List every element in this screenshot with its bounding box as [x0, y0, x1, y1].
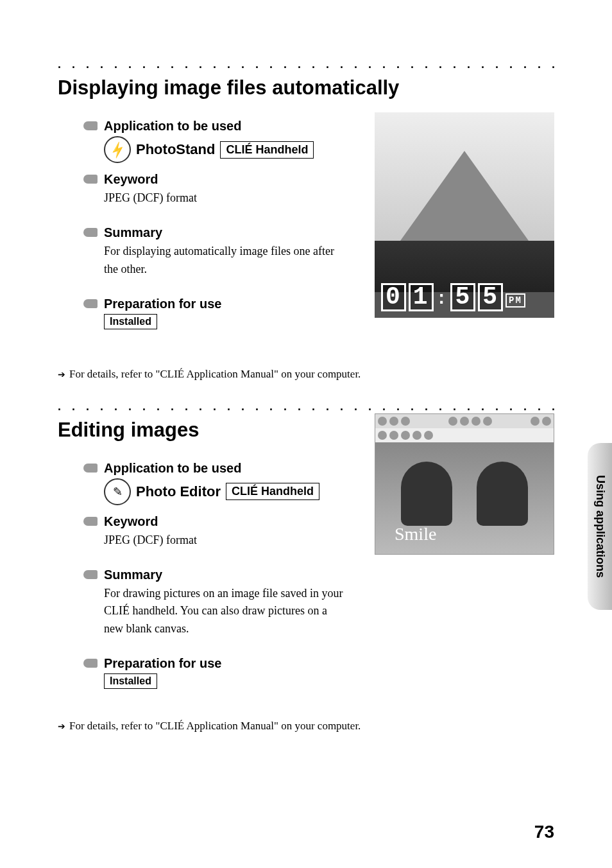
arrow-icon: ➔ [58, 369, 65, 379]
side-tab-label: Using applications [593, 475, 607, 578]
toolbar-icon [389, 431, 398, 440]
toolbar-icon [389, 417, 398, 426]
bullet-icon [83, 299, 98, 308]
toolbar-icon [378, 417, 387, 426]
bullet-icon [83, 659, 98, 668]
toolbar-icon [472, 417, 480, 426]
photo-editor-screenshot: Smile [375, 413, 554, 555]
details-note-2: ➔For details, refer to "CLIÉ Application… [58, 720, 554, 733]
page-number: 73 [534, 822, 554, 842]
toolbar-icon [378, 431, 387, 440]
summary-heading: Summary [104, 568, 346, 582]
bullet-icon [83, 175, 98, 184]
photostand-icon: ⚡ [104, 136, 131, 163]
clock-ampm: PM [506, 293, 525, 308]
pe-toolbar-second [375, 428, 554, 442]
bullet-icon [83, 121, 98, 130]
photo-editor-icon: ✎ [104, 478, 131, 505]
details-text: For details, refer to "CLIÉ Application … [69, 368, 361, 380]
app-platform-badge: CLIÉ Handheld [220, 141, 314, 159]
bullet-icon [83, 570, 98, 579]
application-block: Application to be used ✎ Photo Editor CL… [83, 461, 346, 505]
app-platform-badge: CLIÉ Handheld [226, 483, 319, 500]
application-block: Application to be used ⚡ PhotoStand CLIÉ… [83, 119, 346, 163]
preparation-block: Preparation for use Installed [83, 297, 346, 329]
installed-badge: Installed [104, 314, 157, 329]
photostand-screenshot: 0 1 : 5 5 PM [375, 112, 554, 318]
keyword-heading: Keyword [104, 514, 346, 529]
toolbar-icon [531, 417, 540, 426]
toolbar-icon [401, 431, 410, 440]
clock-overlay: 0 1 : 5 5 PM [381, 283, 548, 311]
toolbar-icon [542, 417, 551, 426]
clock-separator: : [436, 289, 448, 309]
preparation-block: Preparation for use Installed [83, 656, 346, 689]
divider-dots: . . . . . . . . . . . . . . . . . . . . … [58, 58, 554, 71]
app-name: Photo Editor [136, 483, 221, 500]
summary-heading: Summary [104, 225, 346, 240]
summary-block: Summary For drawing pictures on an image… [83, 568, 346, 639]
pe-toolbar-top [375, 414, 554, 428]
clock-digit: 5 [478, 283, 503, 311]
preparation-heading: Preparation for use [104, 297, 346, 311]
keyword-text: JPEG (DCF) format [104, 189, 346, 207]
keyword-block: Keyword JPEG (DCF) format [83, 514, 346, 550]
bullet-icon [83, 517, 98, 526]
arrow-icon: ➔ [58, 721, 65, 731]
summary-block: Summary For displaying automatically ima… [83, 225, 346, 279]
side-tab: Using applications [588, 443, 612, 610]
summary-text: For drawing pictures on an image file sa… [104, 585, 346, 639]
bullet-icon [83, 464, 98, 473]
divider-dots: . . . . . . . . . . . . . . . . . . . . … [58, 400, 554, 413]
details-note-1: ➔For details, refer to "CLIÉ Application… [58, 368, 554, 381]
pe-photo-canvas: Smile [375, 442, 554, 554]
toolbar-icon [460, 417, 469, 426]
clock-digit: 1 [409, 283, 434, 311]
keyword-block: Keyword JPEG (DCF) format [83, 172, 346, 207]
app-name: PhotoStand [136, 141, 215, 158]
details-text: For details, refer to "CLIÉ Application … [69, 720, 361, 732]
toolbar-icon [401, 417, 410, 426]
toolbar-icon [424, 431, 433, 440]
toolbar-icon [483, 417, 492, 426]
keyword-heading: Keyword [104, 172, 346, 187]
summary-text: For displaying automatically image files… [104, 243, 346, 279]
clock-digit: 0 [381, 283, 406, 311]
toolbar-icon [412, 431, 421, 440]
preparation-heading: Preparation for use [104, 656, 346, 671]
keyword-text: JPEG (DCF) format [104, 532, 346, 550]
clock-digit: 5 [450, 283, 475, 311]
installed-badge: Installed [104, 673, 157, 689]
toolbar-icon [448, 417, 457, 426]
section-title-1: Displaying image files automatically [58, 76, 554, 100]
application-heading: Application to be used [104, 461, 346, 476]
page-content: . . . . . . . . . . . . . . . . . . . . … [0, 0, 612, 733]
application-heading: Application to be used [104, 119, 346, 134]
bullet-icon [83, 228, 98, 237]
